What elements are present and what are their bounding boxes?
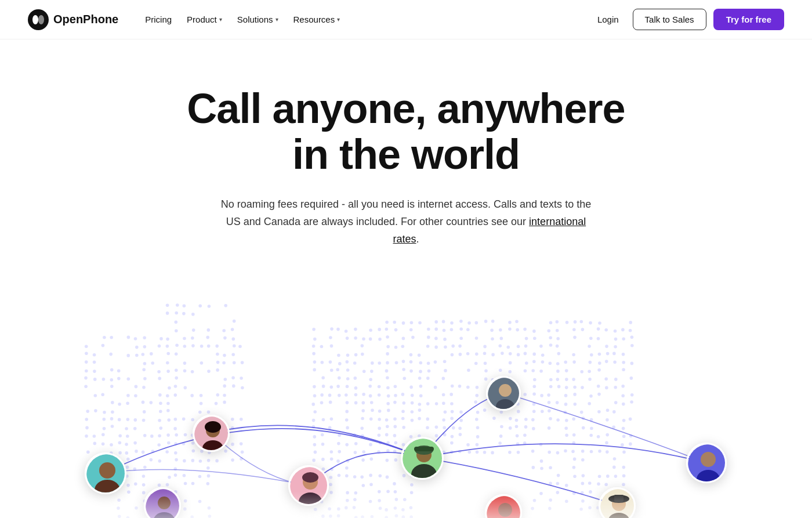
svg-point-839 <box>205 421 221 433</box>
avatar-4 <box>288 465 329 506</box>
hero-section: Call anyone, anywhere in the world No ro… <box>0 39 812 271</box>
navigation: OpenPhone Pricing Product ▾ Solutions ▾ … <box>0 0 812 39</box>
avatar-7 <box>486 376 521 411</box>
avatar-1 <box>85 452 126 494</box>
nav-product[interactable]: Product ▾ <box>181 11 228 28</box>
try-for-free-button[interactable]: Try for free <box>713 9 784 30</box>
svg-point-856 <box>499 384 512 397</box>
nav-solutions[interactable]: Solutions ▾ <box>231 11 284 28</box>
chevron-down-icon: ▾ <box>276 16 278 23</box>
chevron-down-icon: ▾ <box>337 16 340 23</box>
logo[interactable]: OpenPhone <box>28 9 118 30</box>
svg-point-2 <box>38 15 44 24</box>
svg-rect-851 <box>414 447 434 451</box>
svg-point-834 <box>99 462 115 479</box>
svg-point-853 <box>498 503 512 517</box>
avatar-2 <box>193 415 230 452</box>
svg-point-1 <box>32 15 38 24</box>
svg-point-846 <box>302 472 318 483</box>
nav-left: OpenPhone Pricing Product ▾ Solutions ▾ … <box>28 9 346 30</box>
svg-point-841 <box>158 497 171 509</box>
logo-text: OpenPhone <box>53 13 118 26</box>
world-map-section <box>0 288 812 518</box>
nav-right: Login Talk to Sales Try for free <box>590 9 784 30</box>
chevron-down-icon: ▾ <box>219 16 222 23</box>
login-button[interactable]: Login <box>590 10 626 29</box>
nav-links: Pricing Product ▾ Solutions ▾ Resources … <box>139 11 346 28</box>
nav-resources[interactable]: Resources ▾ <box>288 11 346 28</box>
svg-point-864 <box>701 452 716 467</box>
svg-rect-862 <box>614 495 624 502</box>
avatar-9 <box>686 443 727 483</box>
hero-subtext: No roaming fees required - all you need … <box>215 196 597 248</box>
hero-headline: Call anyone, anywhere in the world <box>174 86 638 178</box>
talk-to-sales-button[interactable]: Talk to Sales <box>633 9 706 30</box>
avatar-5 <box>401 437 444 480</box>
nav-pricing[interactable]: Pricing <box>139 11 177 28</box>
